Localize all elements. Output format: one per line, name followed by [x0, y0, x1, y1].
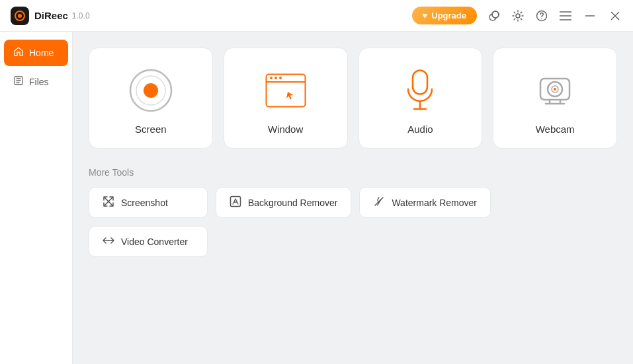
minimize-button[interactable]	[583, 9, 597, 23]
svg-point-3	[516, 14, 520, 18]
menu-icon[interactable]	[559, 9, 572, 22]
app-name: DiReec	[34, 10, 68, 21]
screen-icon-wrap	[127, 67, 175, 114]
audio-icon-wrap	[396, 67, 444, 114]
more-tools-title: More Tools	[89, 167, 617, 178]
watermark-remover-tool-button[interactable]: Watermark Remover	[359, 187, 491, 218]
more-tools-section: More Tools Screenshot	[89, 167, 617, 257]
app-logo-dot	[18, 14, 22, 18]
video-converter-tool-button[interactable]: Video Converter	[89, 226, 208, 257]
window-icon-wrap	[262, 67, 310, 114]
window-card[interactable]: Window	[224, 48, 348, 149]
screen-card-label: Screen	[135, 124, 167, 135]
tools-grid: Screenshot Background Remover	[89, 187, 617, 257]
background-remover-tool-button[interactable]: Background Remover	[216, 187, 351, 218]
coins-icon[interactable]	[487, 9, 501, 22]
svg-point-18	[270, 77, 273, 79]
content-area: Screen Window	[73, 32, 633, 364]
svg-point-20	[279, 77, 282, 79]
screen-card[interactable]: Screen	[89, 48, 213, 149]
sidebar-item-home[interactable]: Home	[4, 40, 68, 66]
sidebar-home-label: Home	[29, 48, 54, 58]
close-button[interactable]	[608, 9, 622, 23]
video-converter-icon	[103, 235, 114, 248]
app-logo	[11, 7, 29, 25]
recording-cards-row: Screen Window	[89, 48, 617, 149]
svg-rect-28	[231, 197, 241, 207]
video-converter-label: Video Converter	[121, 237, 188, 247]
upgrade-button[interactable]: ♥ Upgrade	[412, 7, 477, 24]
watermark-remover-icon	[373, 196, 385, 209]
audio-card[interactable]: Audio	[359, 48, 483, 149]
titlebar-icons	[487, 9, 622, 23]
svg-rect-16	[266, 75, 305, 107]
svg-rect-21	[413, 71, 427, 94]
screenshot-label: Screenshot	[121, 198, 168, 208]
window-card-label: Window	[268, 124, 303, 135]
svg-point-5	[541, 18, 542, 19]
sidebar-files-label: Files	[29, 77, 49, 87]
heart-icon: ♥	[423, 11, 428, 20]
files-icon	[13, 75, 24, 89]
screenshot-tool-button[interactable]: Screenshot	[89, 187, 208, 218]
sidebar: Home Files	[0, 32, 73, 364]
screenshot-icon	[103, 196, 114, 209]
background-remover-label: Background Remover	[248, 198, 337, 208]
webcam-card[interactable]: Webcam	[493, 48, 617, 149]
app-version: 1.0.0	[72, 11, 90, 20]
background-remover-icon	[230, 196, 241, 209]
upgrade-label: Upgrade	[431, 11, 466, 20]
main-layout: Home Files	[0, 32, 633, 364]
svg-point-27	[554, 88, 556, 91]
titlebar: DiReec 1.0.0 ♥ Upgrade	[0, 0, 633, 32]
svg-point-19	[274, 77, 277, 79]
sidebar-item-files[interactable]: Files	[4, 69, 68, 95]
help-icon[interactable]	[535, 9, 548, 22]
settings-icon[interactable]	[511, 9, 525, 22]
webcam-icon-wrap	[531, 67, 579, 114]
webcam-card-label: Webcam	[536, 124, 575, 135]
audio-card-label: Audio	[407, 124, 433, 135]
svg-point-15	[144, 83, 158, 98]
app-logo-inner	[15, 11, 25, 21]
watermark-remover-label: Watermark Remover	[392, 198, 477, 208]
home-icon	[13, 46, 24, 59]
